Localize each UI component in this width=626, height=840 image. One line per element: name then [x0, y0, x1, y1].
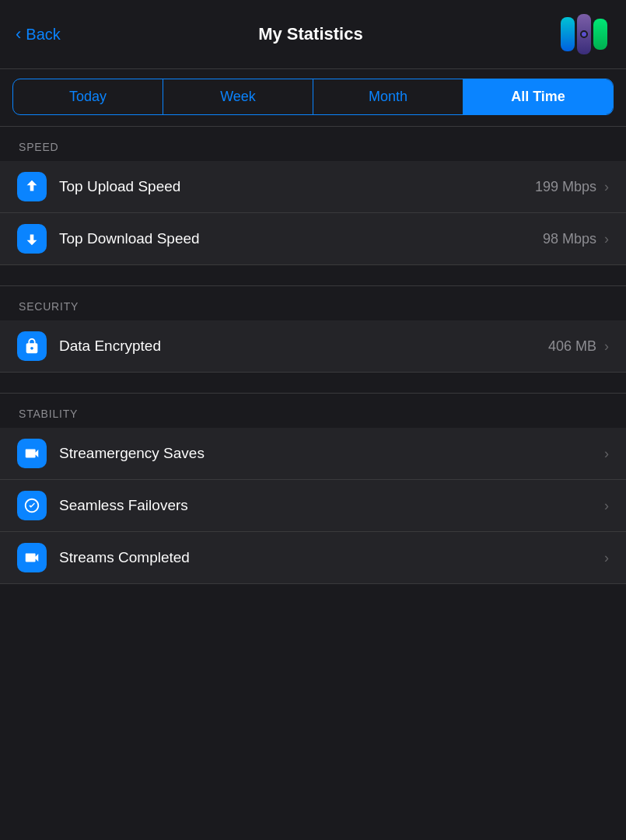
tabs: Today Week Month All Time [12, 79, 614, 115]
data-encrypted-label: Data Encrypted [59, 338, 548, 355]
streams-completed-icon [17, 543, 47, 572]
top-upload-speed-value: 199 Mbps [535, 179, 596, 195]
back-chevron-icon: ‹ [16, 24, 21, 44]
data-encrypted-chevron: › [604, 338, 609, 355]
download-icon [17, 224, 47, 254]
lock-icon [17, 331, 47, 361]
speed-section-header: SPEED [0, 127, 626, 161]
lifesaver-icon [17, 491, 47, 520]
streamergency-saves-label: Streamergency Saves [59, 445, 596, 462]
logo-bar-mid [577, 14, 591, 54]
seamless-failovers-label: Seamless Failovers [59, 497, 596, 514]
tab-today[interactable]: Today [13, 79, 163, 114]
streams-completed-row[interactable]: Streams Completed › [0, 532, 626, 584]
tabs-container: Today Week Month All Time [0, 69, 626, 126]
streams-completed-chevron: › [604, 550, 609, 566]
streamergency-saves-row[interactable]: Streamergency Saves › [0, 428, 626, 480]
gap-2 [0, 373, 626, 393]
page-title: My Statistics [258, 24, 363, 44]
back-label: Back [26, 26, 60, 44]
header: ‹ Back My Statistics [0, 0, 626, 68]
top-upload-speed-chevron: › [604, 179, 609, 195]
top-upload-speed-label: Top Upload Speed [59, 178, 535, 195]
streamergency-icon [17, 439, 47, 468]
top-download-speed-row[interactable]: Top Download Speed 98 Mbps › [0, 213, 626, 265]
security-section-header: SECURITY [0, 286, 626, 320]
data-encrypted-row[interactable]: Data Encrypted 406 MB › [0, 320, 626, 373]
tab-week[interactable]: Week [163, 79, 313, 114]
top-download-speed-label: Top Download Speed [59, 230, 543, 247]
logo-dot [580, 30, 588, 38]
back-button[interactable]: ‹ Back [16, 24, 61, 44]
streamergency-saves-chevron: › [604, 446, 609, 462]
seamless-failovers-row[interactable]: Seamless Failovers › [0, 480, 626, 532]
stability-section-header: STABILITY [0, 394, 626, 428]
app-logo [561, 14, 607, 54]
top-download-speed-value: 98 Mbps [543, 231, 596, 247]
gap-1 [0, 265, 626, 285]
logo-bar-right [593, 19, 607, 50]
upload-icon [17, 172, 47, 201]
seamless-failovers-chevron: › [604, 498, 609, 514]
tab-month[interactable]: Month [313, 79, 463, 114]
tab-alltime[interactable]: All Time [463, 79, 613, 114]
streams-completed-label: Streams Completed [59, 549, 596, 566]
top-upload-speed-row[interactable]: Top Upload Speed 199 Mbps › [0, 161, 626, 213]
logo-bar-left [561, 17, 575, 51]
data-encrypted-value: 406 MB [548, 338, 596, 355]
top-download-speed-chevron: › [604, 231, 609, 247]
